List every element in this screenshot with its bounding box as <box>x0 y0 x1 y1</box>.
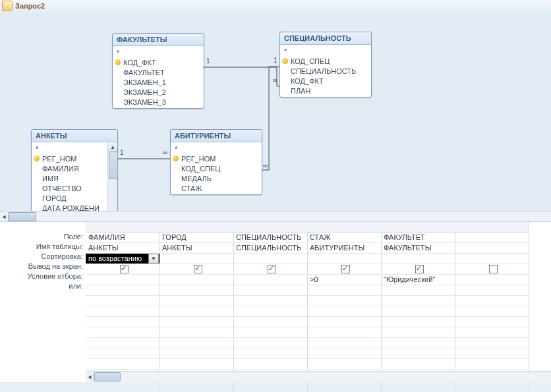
cell-blank[interactable] <box>160 306 233 317</box>
cell-blank[interactable] <box>233 349 307 359</box>
table-ankety[interactable]: АНКЕТЫ * РЕГ_НОМ ФАМИЛИЯ ИМЯ ОТЧЕСТВО ГО… <box>31 129 118 222</box>
cell-table[interactable] <box>455 243 529 254</box>
cell-show[interactable] <box>307 264 381 275</box>
field-kod-fkt2[interactable]: КОД_ФКТ <box>280 76 371 86</box>
cell-sort[interactable] <box>455 254 529 264</box>
cell-blank[interactable] <box>160 338 233 349</box>
cell-blank[interactable] <box>381 349 455 359</box>
cell-blank[interactable] <box>455 327 529 338</box>
cell-or[interactable] <box>307 285 381 296</box>
scrollbar-thumb[interactable] <box>109 152 118 179</box>
cell-field[interactable] <box>455 233 529 243</box>
cell-table[interactable]: АБИТУРИЕНТЫ <box>307 243 381 254</box>
field-ekzamen1[interactable]: ЭКЗАМЕН_1 <box>113 77 204 87</box>
field-star[interactable]: * <box>280 46 371 56</box>
cell-blank[interactable] <box>233 338 307 349</box>
cell-or[interactable] <box>233 285 307 296</box>
cell-table[interactable]: ФАКУЛЬТЕТЫ <box>381 243 455 254</box>
h-scroll-track[interactable] <box>9 211 551 222</box>
cell-blank[interactable] <box>455 349 529 359</box>
column-selector[interactable] <box>233 222 307 233</box>
field-ekzamen3[interactable]: ЭКЗАМЕН_3 <box>113 97 204 107</box>
cell-criteria[interactable]: >0 <box>307 275 381 285</box>
cell-blank[interactable] <box>86 338 160 349</box>
field-star[interactable]: * <box>113 47 204 57</box>
h-scroll-thumb[interactable] <box>9 212 36 221</box>
cell-blank[interactable] <box>455 338 529 349</box>
grid-column[interactable]: ФАКУЛЬТЕТФАКУЛЬТЕТЫ"Юридический" <box>381 222 455 392</box>
field-star[interactable]: * <box>171 144 262 154</box>
cell-sort[interactable] <box>381 254 455 264</box>
cell-blank[interactable] <box>307 359 381 370</box>
cell-show[interactable] <box>381 264 455 275</box>
field-reg-nom2[interactable]: РЕГ_НОМ <box>171 154 262 163</box>
field-kod-spec[interactable]: КОД_СПЕЦ <box>280 56 371 66</box>
field-kod-spec2[interactable]: КОД_СПЕЦ <box>171 163 262 173</box>
cell-show[interactable] <box>86 264 160 275</box>
cell-blank[interactable] <box>455 359 529 370</box>
cell-criteria[interactable] <box>160 275 233 285</box>
table-ankety-title[interactable]: АНКЕТЫ <box>32 130 117 142</box>
cell-blank[interactable] <box>86 327 160 338</box>
cell-blank[interactable] <box>86 349 160 359</box>
relationships-pane[interactable]: ФАКУЛЬТЕТЫ * КОД_ФКТ ФАКУЛЬТЕТ ЭКЗАМЕН_1… <box>0 12 551 211</box>
cell-blank[interactable] <box>307 327 381 338</box>
table-faculties[interactable]: ФАКУЛЬТЕТЫ * КОД_ФКТ ФАКУЛЬТЕТ ЭКЗАМЕН_1… <box>112 33 204 109</box>
cell-show[interactable] <box>233 264 307 275</box>
ankety-scrollbar[interactable]: ▲ ▼ <box>107 142 117 221</box>
cell-blank[interactable] <box>233 317 307 327</box>
cell-criteria[interactable]: "Юридический" <box>381 275 455 285</box>
cell-blank[interactable] <box>160 359 233 370</box>
field-ekzamen2[interactable]: ЭКЗАМЕН_2 <box>113 87 204 97</box>
cell-blank[interactable] <box>307 349 381 359</box>
cell-field[interactable]: СТАЖ <box>307 233 381 243</box>
cell-blank[interactable] <box>455 306 529 317</box>
show-checkbox[interactable] <box>415 265 424 273</box>
cell-blank[interactable] <box>233 327 307 338</box>
cell-sort[interactable] <box>307 254 381 264</box>
grid-h-scroll-track[interactable] <box>94 372 551 382</box>
field-gorod[interactable]: ГОРОД <box>32 193 107 203</box>
field-familia[interactable]: ФАМИЛИЯ <box>32 163 107 173</box>
cell-show[interactable] <box>455 264 529 275</box>
field-medal[interactable]: МЕДАЛЬ <box>171 173 262 183</box>
grid-column[interactable]: СПЕЦИАЛЬНОСТЬСПЕЦИАЛЬНОСТЬ <box>233 222 308 392</box>
cell-blank[interactable] <box>455 317 529 327</box>
cell-table[interactable]: СПЕЦИАЛЬНОСТЬ <box>233 243 307 254</box>
table-abiturients-title[interactable]: АБИТУРИЕНТЫ <box>171 130 262 142</box>
cell-or[interactable] <box>455 285 529 296</box>
cell-table[interactable]: АНКЕТЫ <box>86 243 160 254</box>
cell-blank[interactable] <box>86 296 160 306</box>
column-selector[interactable] <box>86 222 160 233</box>
show-checkbox[interactable] <box>194 265 202 273</box>
cell-blank[interactable] <box>160 349 233 359</box>
grid-column[interactable]: СТАЖАБИТУРИЕНТЫ>0 <box>307 222 382 392</box>
cell-blank[interactable] <box>86 317 160 327</box>
cell-criteria[interactable] <box>86 275 160 285</box>
cell-field[interactable]: ФАМИЛИЯ <box>86 233 160 243</box>
cell-blank[interactable] <box>86 359 160 370</box>
cell-field[interactable]: ФАКУЛЬТЕТ <box>381 233 455 243</box>
cell-blank[interactable] <box>160 296 233 306</box>
show-checkbox[interactable] <box>268 265 276 273</box>
column-selector[interactable] <box>455 222 529 233</box>
cell-blank[interactable] <box>381 338 455 349</box>
show-checkbox[interactable] <box>489 265 498 273</box>
grid-nav-left-icon[interactable]: ◄ <box>86 372 94 382</box>
field-otchestvo[interactable]: ОТЧЕСТВО <box>32 183 107 193</box>
show-checkbox[interactable] <box>120 265 129 273</box>
cell-blank[interactable] <box>381 327 455 338</box>
cell-sort[interactable] <box>233 254 307 264</box>
cell-blank[interactable] <box>233 296 307 306</box>
cell-or[interactable] <box>86 285 160 296</box>
cell-blank[interactable] <box>86 306 160 317</box>
cell-blank[interactable] <box>307 306 381 317</box>
grid-h-scroll-thumb[interactable] <box>94 372 121 381</box>
cell-blank[interactable] <box>381 317 455 327</box>
cell-or[interactable] <box>381 285 455 296</box>
cell-show[interactable] <box>160 264 233 275</box>
cell-criteria[interactable] <box>233 275 307 285</box>
column-selector[interactable] <box>160 222 233 233</box>
field-fakultet[interactable]: ФАКУЛЬТЕТ <box>113 67 204 77</box>
cell-blank[interactable] <box>381 359 455 370</box>
